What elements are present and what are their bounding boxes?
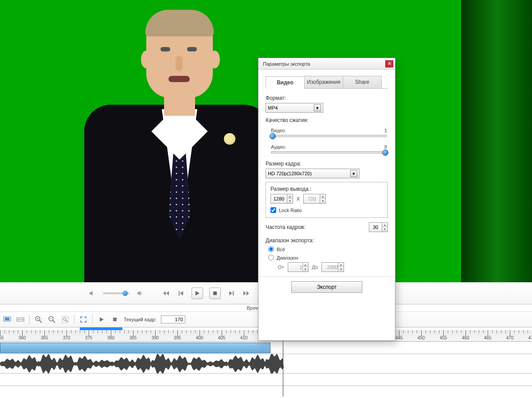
- svg-rect-1: [213, 292, 217, 295]
- audio-track[interactable]: [0, 354, 532, 374]
- export-button[interactable]: Экспорт: [291, 281, 362, 293]
- svg-line-13: [53, 320, 55, 323]
- range-from-input[interactable]: ▲▼: [288, 262, 309, 272]
- format-label: Формат:: [266, 95, 388, 101]
- fps-label: Частота кадров:: [266, 224, 305, 230]
- dialog-titlebar[interactable]: Параметры экспорта ✕: [258, 58, 395, 70]
- prev-frame-button[interactable]: [176, 289, 185, 298]
- range-to-label: До: [312, 264, 318, 270]
- caret-up-icon[interactable]: ▲: [382, 223, 387, 227]
- caret-up-icon[interactable]: ▲: [320, 194, 325, 199]
- caret-down-icon[interactable]: ▼: [303, 267, 308, 272]
- output-size-group: Размер вывода : ▲▼ X ▲▼ Lock Ratio: [266, 182, 388, 218]
- svg-rect-6: [5, 318, 9, 320]
- range-custom-radio[interactable]: Диапазон: [268, 255, 388, 260]
- stop-button[interactable]: [209, 288, 221, 299]
- svg-line-17: [66, 320, 67, 322]
- video-quality-slider[interactable]: [271, 135, 387, 137]
- tool-screen-icon[interactable]: [3, 315, 12, 324]
- audio-quality-slider[interactable]: [271, 151, 387, 154]
- play-button[interactable]: [192, 288, 203, 299]
- audio-waveform: [0, 354, 284, 374]
- video-clip[interactable]: [0, 343, 270, 353]
- mute-icon[interactable]: [88, 289, 97, 298]
- video-track[interactable]: [0, 342, 532, 354]
- audio-quality-label: Аудио:: [271, 144, 286, 150]
- video-quality-value: 1: [384, 128, 387, 133]
- caret-down-icon[interactable]: ▼: [382, 227, 387, 232]
- height-input[interactable]: ▲▼: [303, 194, 326, 204]
- range-to-input[interactable]: ▲▼: [321, 262, 344, 272]
- fps-input[interactable]: ▲▼: [369, 222, 388, 232]
- tab-share[interactable]: Share: [343, 76, 382, 88]
- volume-slider[interactable]: [103, 292, 129, 294]
- export-tabs: Видео Изображения Share: [266, 76, 388, 89]
- video-subject: [89, 12, 275, 282]
- range-from-label: От: [278, 264, 284, 270]
- chevron-down-icon: ▾: [350, 170, 357, 177]
- svg-rect-18: [113, 318, 117, 321]
- zoom-fit-icon[interactable]: [61, 315, 70, 324]
- caret-up-icon[interactable]: ▲: [303, 263, 308, 267]
- lock-ratio-label: Lock Ratio: [279, 208, 302, 213]
- timeline-play-icon[interactable]: [97, 315, 106, 324]
- close-button[interactable]: ✕: [385, 60, 393, 67]
- audio-quality-value: 8: [384, 144, 387, 150]
- dimension-x: X: [297, 196, 300, 201]
- timeline-tracks: [0, 342, 532, 386]
- frame-size-select[interactable]: HD 720p(1280x720) ▾: [266, 169, 360, 178]
- next-frame-button[interactable]: [227, 289, 236, 298]
- frame-size-value: HD 720p(1280x720): [268, 171, 312, 176]
- rewind-button[interactable]: [161, 289, 170, 298]
- caret-down-icon[interactable]: ▼: [338, 267, 344, 272]
- svg-rect-2: [233, 291, 234, 296]
- caret-down-icon[interactable]: ▼: [287, 199, 293, 203]
- export-dialog: Параметры экспорта ✕ Видео Изображения S…: [258, 58, 395, 341]
- tab-image[interactable]: Изображения: [304, 76, 343, 88]
- frame-size-label: Размер кадра:: [266, 161, 388, 167]
- width-input[interactable]: ▲▼: [270, 194, 293, 204]
- format-select[interactable]: MP4 ▾: [266, 103, 323, 113]
- dialog-title: Параметры экспорта: [263, 61, 310, 67]
- caret-down-icon[interactable]: ▼: [320, 199, 325, 203]
- lock-ratio-checkbox[interactable]: Lock Ratio: [270, 207, 383, 213]
- caret-up-icon[interactable]: ▲: [287, 194, 293, 199]
- output-size-label: Размер вывода :: [270, 186, 383, 192]
- tool-fit-icon[interactable]: [16, 315, 25, 324]
- zoom-out-icon[interactable]: [47, 315, 56, 324]
- zoom-in-icon[interactable]: [34, 315, 43, 324]
- video-quality-label: Видео: [271, 128, 285, 133]
- tab-video[interactable]: Видео: [266, 76, 305, 89]
- fast-forward-button[interactable]: [242, 289, 251, 298]
- svg-rect-0: [179, 291, 180, 296]
- quality-label: Качество сжатия:: [266, 117, 388, 123]
- timeline-stop-icon[interactable]: [110, 315, 119, 324]
- chevron-down-icon: ▾: [314, 104, 321, 111]
- current-frame-label: Текущий кадр:: [124, 317, 156, 322]
- format-value: MP4: [268, 105, 278, 110]
- greenscreen-side: [461, 0, 532, 282]
- empty-track[interactable]: [0, 374, 532, 386]
- range-all-radio[interactable]: Всё: [268, 246, 388, 252]
- fullscreen-icon[interactable]: [79, 315, 88, 324]
- svg-line-9: [39, 320, 42, 323]
- range-label: Диапазон экспорта:: [266, 237, 388, 244]
- volume-icon[interactable]: [136, 289, 145, 298]
- caret-up-icon[interactable]: ▲: [338, 263, 344, 267]
- current-frame-input[interactable]: [161, 315, 185, 323]
